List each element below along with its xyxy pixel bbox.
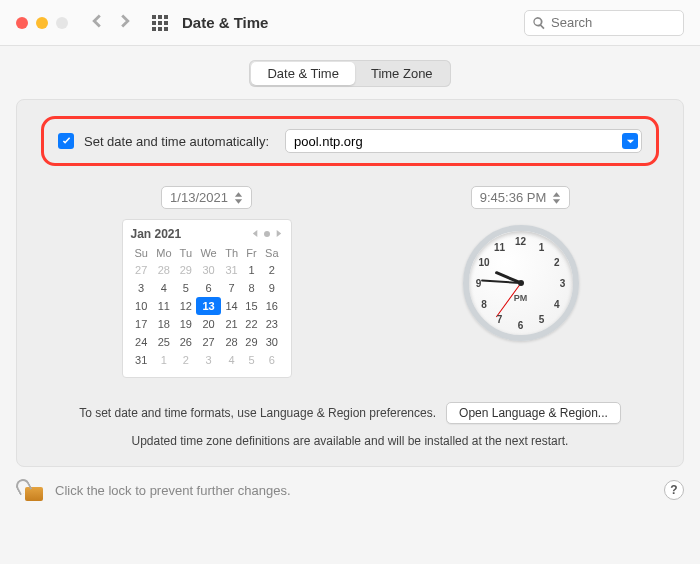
calendar-day[interactable]: 28 bbox=[221, 333, 241, 351]
calendar-day[interactable]: 22 bbox=[242, 315, 261, 333]
weekday-header: Th bbox=[221, 245, 241, 261]
clock-numeral: 12 bbox=[515, 236, 526, 247]
clock-numeral: 10 bbox=[479, 257, 490, 268]
calendar-day[interactable]: 18 bbox=[152, 315, 176, 333]
stepper-arrows-icon[interactable] bbox=[552, 191, 561, 205]
clock-numeral: 2 bbox=[554, 257, 560, 268]
calendar-day[interactable]: 10 bbox=[131, 297, 152, 315]
clock-numeral: 8 bbox=[481, 299, 487, 310]
calendar-day[interactable]: 12 bbox=[176, 297, 196, 315]
window-title: Date & Time bbox=[182, 14, 268, 31]
lock-text: Click the lock to prevent further change… bbox=[55, 483, 291, 498]
calendar-month-label: Jan 2021 bbox=[131, 227, 182, 241]
close-icon[interactable] bbox=[16, 17, 28, 29]
tab-date-time[interactable]: Date & Time bbox=[251, 62, 355, 85]
weekday-header: Su bbox=[131, 245, 152, 261]
calendar-day[interactable]: 1 bbox=[152, 351, 176, 369]
calendar-day[interactable]: 1 bbox=[242, 261, 261, 279]
calendar-day[interactable]: 5 bbox=[242, 351, 261, 369]
stepper-arrows-icon[interactable] bbox=[234, 191, 243, 205]
date-stepper[interactable]: 1/13/2021 bbox=[161, 186, 252, 209]
calendar-day[interactable]: 2 bbox=[176, 351, 196, 369]
auto-time-label: Set date and time automatically: bbox=[84, 134, 269, 149]
clock-numeral: 3 bbox=[560, 278, 566, 289]
back-button[interactable] bbox=[90, 14, 104, 31]
calendar-day[interactable]: 3 bbox=[196, 351, 222, 369]
settings-panel: Set date and time automatically: 1/13/20… bbox=[16, 99, 684, 467]
auto-time-checkbox[interactable] bbox=[58, 133, 74, 149]
clock-numeral: 6 bbox=[518, 320, 524, 331]
ntp-server-field[interactable] bbox=[285, 129, 642, 153]
calendar-day[interactable]: 31 bbox=[221, 261, 241, 279]
calendar-day[interactable]: 7 bbox=[221, 279, 241, 297]
lang-text: To set date and time formats, use Langua… bbox=[79, 406, 436, 420]
ntp-server-input[interactable] bbox=[285, 129, 642, 153]
time-stepper[interactable]: 9:45:36 PM bbox=[471, 186, 571, 209]
calendar[interactable]: Jan 2021 SuMoTuWeThFrSa 2728293031123456… bbox=[122, 219, 292, 378]
analog-clock: PM 121234567891011 bbox=[463, 225, 579, 341]
calendar-day[interactable]: 15 bbox=[242, 297, 261, 315]
calendar-day[interactable]: 19 bbox=[176, 315, 196, 333]
clock-numeral: 9 bbox=[476, 278, 482, 289]
calendar-day[interactable]: 25 bbox=[152, 333, 176, 351]
traffic-lights bbox=[16, 17, 68, 29]
calendar-day[interactable]: 29 bbox=[242, 333, 261, 351]
calendar-day[interactable]: 2 bbox=[261, 261, 282, 279]
maximize-icon[interactable] bbox=[56, 17, 68, 29]
clock-ampm: PM bbox=[514, 293, 528, 303]
time-value: 9:45:36 PM bbox=[480, 190, 547, 205]
weekday-header: Mo bbox=[152, 245, 176, 261]
titlebar: Date & Time bbox=[0, 0, 700, 46]
calendar-day[interactable]: 9 bbox=[261, 279, 282, 297]
calendar-day[interactable]: 4 bbox=[152, 279, 176, 297]
lock-icon[interactable] bbox=[16, 479, 43, 501]
auto-time-row: Set date and time automatically: bbox=[41, 116, 659, 166]
calendar-day[interactable]: 13 bbox=[196, 297, 222, 315]
clock-numeral: 11 bbox=[494, 241, 505, 252]
calendar-day[interactable]: 8 bbox=[242, 279, 261, 297]
calendar-day[interactable]: 27 bbox=[196, 333, 222, 351]
calendar-day[interactable]: 5 bbox=[176, 279, 196, 297]
forward-button[interactable] bbox=[118, 14, 132, 31]
calendar-day[interactable]: 21 bbox=[221, 315, 241, 333]
weekday-header: We bbox=[196, 245, 222, 261]
tab-time-zone[interactable]: Time Zone bbox=[355, 62, 449, 85]
calendar-day[interactable]: 28 bbox=[152, 261, 176, 279]
weekday-header: Fr bbox=[242, 245, 261, 261]
calendar-day[interactable]: 31 bbox=[131, 351, 152, 369]
open-language-region-button[interactable]: Open Language & Region... bbox=[446, 402, 621, 424]
help-button[interactable]: ? bbox=[664, 480, 684, 500]
clock-numeral: 5 bbox=[539, 314, 545, 325]
calendar-day[interactable]: 26 bbox=[176, 333, 196, 351]
time-column: 9:45:36 PM PM 121234567891011 bbox=[463, 186, 579, 378]
search-input[interactable] bbox=[524, 10, 684, 36]
cal-prev-icon[interactable] bbox=[251, 226, 260, 241]
lock-row: Click the lock to prevent further change… bbox=[0, 467, 700, 501]
cal-next-icon[interactable] bbox=[274, 226, 283, 241]
calendar-day[interactable]: 6 bbox=[261, 351, 282, 369]
calendar-day[interactable]: 29 bbox=[176, 261, 196, 279]
weekday-header: Sa bbox=[261, 245, 282, 261]
date-column: 1/13/2021 Jan 2021 bbox=[122, 186, 292, 378]
clock-numeral: 4 bbox=[554, 299, 560, 310]
grid-icon[interactable] bbox=[152, 15, 168, 31]
chevron-down-icon[interactable] bbox=[622, 133, 638, 149]
calendar-day[interactable]: 16 bbox=[261, 297, 282, 315]
clock-numeral: 7 bbox=[497, 314, 503, 325]
calendar-day[interactable]: 17 bbox=[131, 315, 152, 333]
nav-back-forward bbox=[90, 14, 132, 31]
clock-numeral: 1 bbox=[539, 241, 545, 252]
calendar-day[interactable]: 14 bbox=[221, 297, 241, 315]
calendar-day[interactable]: 3 bbox=[131, 279, 152, 297]
calendar-day[interactable]: 27 bbox=[131, 261, 152, 279]
calendar-day[interactable]: 4 bbox=[221, 351, 241, 369]
minimize-icon[interactable] bbox=[36, 17, 48, 29]
calendar-day[interactable]: 30 bbox=[196, 261, 222, 279]
calendar-day[interactable]: 24 bbox=[131, 333, 152, 351]
calendar-day[interactable]: 6 bbox=[196, 279, 222, 297]
cal-today-icon[interactable] bbox=[264, 231, 270, 237]
calendar-day[interactable]: 11 bbox=[152, 297, 176, 315]
calendar-day[interactable]: 20 bbox=[196, 315, 222, 333]
calendar-day[interactable]: 23 bbox=[261, 315, 282, 333]
calendar-day[interactable]: 30 bbox=[261, 333, 282, 351]
